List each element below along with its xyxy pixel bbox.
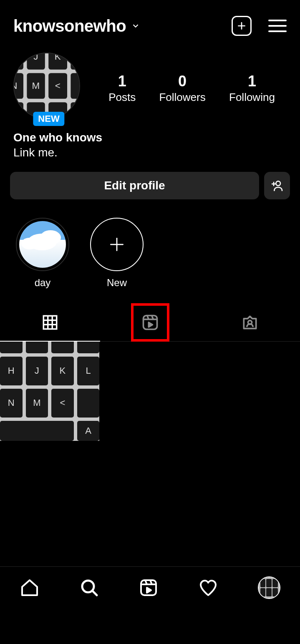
svg-line-19 [93, 591, 97, 595]
svg-marker-24 [147, 588, 151, 593]
nav-activity[interactable] [198, 578, 218, 598]
highlight-label: day [35, 277, 51, 289]
svg-marker-16 [149, 322, 152, 327]
nav-search[interactable] [79, 578, 99, 598]
reels-icon [141, 313, 159, 332]
chevron-down-icon [131, 21, 140, 30]
svg-point-2 [276, 181, 280, 186]
discover-people-button[interactable] [264, 172, 290, 199]
plus-icon [236, 20, 247, 31]
profile-header: knowsonewho [0, 0, 300, 44]
tab-reels[interactable] [100, 304, 200, 341]
profile-tabs [0, 304, 300, 341]
highlight-image [19, 221, 66, 268]
svg-rect-20 [141, 580, 156, 595]
profile-avatar-icon [258, 576, 280, 599]
search-icon [79, 578, 99, 598]
heart-icon [198, 578, 218, 598]
bio-text: Link me. [13, 146, 287, 159]
stats: 1 Posts 0 Followers 1 Following [97, 73, 287, 104]
highlight-day[interactable]: day [16, 218, 69, 289]
tagged-icon [241, 313, 259, 332]
followers-count: 0 [159, 73, 205, 90]
following-count: 1 [229, 73, 275, 90]
username-text: knowsonewho [13, 17, 126, 35]
avatar[interactable]: HJK NM< NEW [13, 53, 84, 123]
edit-profile-label: Edit profile [104, 179, 165, 192]
nav-profile[interactable] [258, 576, 280, 599]
bio-section: One who knows Link me. [0, 123, 300, 159]
hamburger-icon [268, 20, 287, 21]
profile-actions: Edit profile [0, 159, 300, 199]
menu-button[interactable] [268, 20, 287, 32]
tab-tagged[interactable] [200, 304, 300, 341]
edit-profile-button[interactable]: Edit profile [10, 172, 259, 199]
post-thumbnail[interactable]: HJKL NM< A [0, 342, 99, 441]
posts-stat[interactable]: 1 Posts [108, 73, 136, 104]
posts-count: 1 [108, 73, 136, 90]
nav-reels[interactable] [139, 578, 159, 598]
followers-stat[interactable]: 0 Followers [159, 73, 205, 104]
add-person-icon [270, 179, 284, 192]
username-switcher[interactable]: knowsonewho [13, 17, 225, 35]
following-label: Following [229, 91, 275, 104]
highlight-new-label: New [107, 277, 127, 289]
svg-rect-12 [143, 316, 157, 330]
following-stat[interactable]: 1 Following [229, 73, 275, 104]
posts-grid: HJKL NM< A [0, 342, 300, 441]
posts-label: Posts [108, 91, 136, 104]
grid-icon [41, 314, 59, 331]
plus-icon [108, 235, 126, 254]
tab-grid[interactable] [0, 304, 100, 341]
profile-stats-row: HJK NM< NEW 1 Posts 0 Followers 1 Follow… [0, 44, 300, 123]
followers-label: Followers [159, 91, 205, 104]
bottom-nav [0, 566, 300, 608]
new-badge: NEW [33, 112, 64, 126]
display-name: One who knows [13, 131, 287, 144]
reels-icon [139, 578, 159, 598]
svg-rect-7 [43, 316, 57, 329]
highlights-row: day New [0, 199, 300, 289]
highlight-new[interactable]: New [90, 218, 144, 289]
home-icon [20, 578, 40, 598]
nav-home[interactable] [20, 578, 40, 598]
create-button[interactable] [232, 16, 252, 36]
avatar-image: HJK NM< [13, 53, 80, 119]
